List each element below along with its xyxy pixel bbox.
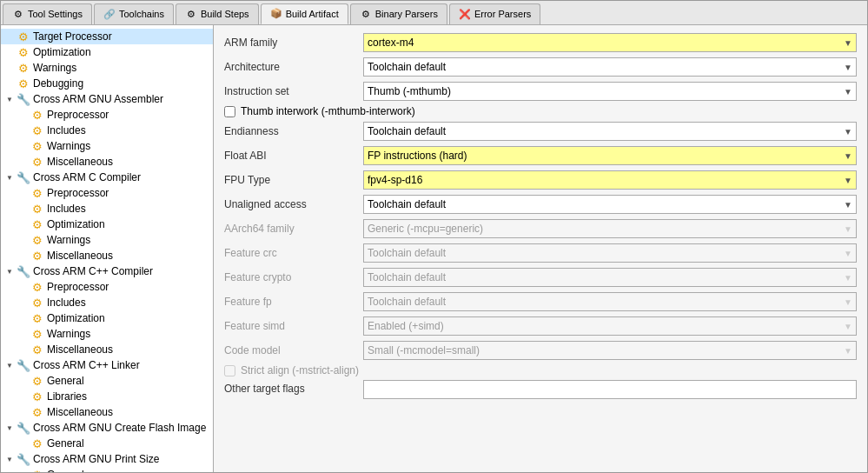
arm-family-value: cortex-m4 bbox=[368, 37, 414, 49]
unaligned-access-arrow: ▼ bbox=[844, 200, 852, 210]
tree-item-cpp-compiler[interactable]: ▼ 🔧 Cross ARM C++ Compiler bbox=[1, 263, 213, 279]
binary-parsers-icon: ⚙ bbox=[360, 8, 372, 20]
unaligned-access-dropdown[interactable]: Toolchain default ▼ bbox=[363, 195, 857, 214]
tree-item-optimization[interactable]: ⚙ Optimization bbox=[1, 44, 213, 60]
tree-item-c-compiler[interactable]: ▼ 🔧 Cross ARM C Compiler bbox=[1, 170, 213, 185]
toggle-print: ▼ bbox=[4, 454, 15, 464]
feature-fp-dropdown[interactable]: Toolchain default ▼ bbox=[363, 292, 857, 311]
tree-item-warnings[interactable]: ⚙ Warnings bbox=[1, 60, 213, 76]
tree-item-linker-misc[interactable]: ⚙ Miscellaneous bbox=[1, 404, 213, 420]
endianness-value: Toolchain default bbox=[368, 125, 446, 137]
icon-cpp-preprocessor: ⚙ bbox=[30, 280, 44, 294]
tree-item-print[interactable]: ▼ 🔧 Cross ARM GNU Print Size bbox=[1, 451, 213, 467]
fpu-type-value: fpv4-sp-d16 bbox=[368, 174, 422, 186]
icon-linker: 🔧 bbox=[17, 358, 30, 372]
tree-item-c-preprocessor[interactable]: ⚙ Preprocessor bbox=[1, 185, 213, 201]
arm-family-arrow: ▼ bbox=[844, 38, 852, 48]
architecture-control: Toolchain default ▼ bbox=[363, 57, 857, 77]
endianness-control: Toolchain default ▼ bbox=[363, 122, 857, 141]
tree-item-assembler-misc[interactable]: ⚙ Miscellaneous bbox=[1, 154, 213, 170]
tree-item-linker[interactable]: ▼ 🔧 Cross ARM C++ Linker bbox=[1, 357, 213, 373]
instruction-set-dropdown[interactable]: Thumb (-mthumb) ▼ bbox=[363, 82, 857, 101]
feature-fp-value: Toolchain default bbox=[368, 296, 446, 308]
tree-item-cpp-preprocessor[interactable]: ⚙ Preprocessor bbox=[1, 279, 213, 295]
fpu-type-dropdown[interactable]: fpv4-sp-d16 ▼ bbox=[363, 170, 857, 190]
instruction-set-value: Thumb (-mthumb) bbox=[368, 85, 451, 97]
toggle-linker: ▼ bbox=[4, 360, 15, 370]
tree-item-cpp-misc[interactable]: ⚙ Miscellaneous bbox=[1, 342, 213, 357]
tree-item-assembler-includes[interactable]: ⚙ Includes bbox=[1, 123, 213, 138]
other-flags-input[interactable] bbox=[363, 380, 857, 399]
code-model-dropdown[interactable]: Small (-mcmodel=small) ▼ bbox=[363, 341, 857, 360]
icon-c-optimization: ⚙ bbox=[30, 217, 44, 231]
thumb-interwork-checkbox[interactable] bbox=[224, 106, 235, 117]
code-model-value: Small (-mcmodel=small) bbox=[368, 344, 480, 356]
tree-item-target-processor[interactable]: ⚙ Target Processor bbox=[1, 29, 213, 44]
fpu-type-control: fpv4-sp-d16 ▼ bbox=[363, 170, 857, 190]
tab-tool-settings[interactable]: ⚙ Tool Settings bbox=[3, 3, 92, 24]
endianness-dropdown[interactable]: Toolchain default ▼ bbox=[363, 122, 857, 141]
endianness-row: Endianness Toolchain default ▼ bbox=[224, 121, 857, 142]
tree-item-c-warnings[interactable]: ⚙ Warnings bbox=[1, 232, 213, 248]
aarch64-row: AArch64 family Generic (-mcpu=generic) ▼ bbox=[224, 218, 857, 239]
icon-assembler-misc: ⚙ bbox=[30, 155, 44, 169]
feature-simd-value: Enabled (+simd) bbox=[368, 320, 444, 332]
tree-icon-target-processor: ⚙ bbox=[17, 30, 30, 43]
feature-simd-dropdown[interactable]: Enabled (+simd) ▼ bbox=[363, 316, 857, 336]
tree-item-flash-general[interactable]: ⚙ General bbox=[1, 436, 213, 451]
tree-item-print-general[interactable]: ⚙ General bbox=[1, 467, 213, 472]
endianness-label: Endianness bbox=[224, 125, 363, 137]
tree-label-assembler: Cross ARM GNU Assembler bbox=[33, 93, 163, 105]
instruction-set-row: Instruction set Thumb (-mthumb) ▼ bbox=[224, 81, 857, 102]
tree-toggle-warnings bbox=[4, 63, 15, 73]
tab-binary-parsers[interactable]: ⚙ Binary Parsers bbox=[350, 3, 447, 24]
feature-crc-dropdown[interactable]: Toolchain default ▼ bbox=[363, 243, 857, 263]
feature-simd-row: Feature simd Enabled (+simd) ▼ bbox=[224, 316, 857, 336]
tab-error-parsers[interactable]: ❌ Error Parsers bbox=[449, 3, 540, 24]
icon-flash-general: ⚙ bbox=[30, 436, 44, 450]
aarch64-dropdown[interactable]: Generic (-mcpu=generic) ▼ bbox=[363, 219, 857, 238]
tree-item-linker-general[interactable]: ⚙ General bbox=[1, 373, 213, 389]
tree-item-assembler-warnings[interactable]: ⚙ Warnings bbox=[1, 138, 213, 154]
tree-label-target-processor: Target Processor bbox=[33, 30, 112, 43]
feature-crypto-dropdown[interactable]: Toolchain default ▼ bbox=[363, 268, 857, 287]
icon-assembler-preprocessor: ⚙ bbox=[30, 108, 44, 122]
code-model-arrow: ▼ bbox=[844, 346, 852, 356]
tab-build-steps[interactable]: ⚙ Build Steps bbox=[176, 3, 259, 24]
instruction-set-control: Thumb (-mthumb) ▼ bbox=[363, 82, 857, 101]
fpu-type-label: FPU Type bbox=[224, 174, 363, 186]
tree-item-c-includes[interactable]: ⚙ Includes bbox=[1, 201, 213, 217]
toggle-cpp-compiler: ▼ bbox=[4, 266, 15, 276]
tree-item-c-optimization[interactable]: ⚙ Optimization bbox=[1, 217, 213, 232]
feature-crc-row: Feature crc Toolchain default ▼ bbox=[224, 243, 857, 263]
tree-item-debugging[interactable]: ⚙ Debugging bbox=[1, 76, 213, 91]
float-abi-control: FP instructions (hard) ▼ bbox=[363, 146, 857, 165]
tree-item-cpp-warnings[interactable]: ⚙ Warnings bbox=[1, 326, 213, 342]
icon-print: 🔧 bbox=[17, 452, 30, 466]
tab-build-artifact[interactable]: 📦 Build Artifact bbox=[261, 3, 348, 24]
float-abi-dropdown[interactable]: FP instructions (hard) ▼ bbox=[363, 146, 857, 165]
tree-item-assembler[interactable]: ▼ 🔧 Cross ARM GNU Assembler bbox=[1, 91, 213, 107]
tab-toolchains[interactable]: 🔗 Toolchains bbox=[94, 3, 174, 24]
feature-simd-control: Enabled (+simd) ▼ bbox=[363, 316, 857, 336]
architecture-dropdown[interactable]: Toolchain default ▼ bbox=[363, 57, 857, 77]
feature-simd-label: Feature simd bbox=[224, 320, 363, 332]
tree-item-assembler-preprocessor[interactable]: ⚙ Preprocessor bbox=[1, 107, 213, 123]
strict-align-checkbox[interactable] bbox=[224, 365, 235, 376]
feature-simd-arrow: ▼ bbox=[844, 322, 852, 331]
tree-item-c-misc[interactable]: ⚙ Miscellaneous bbox=[1, 248, 213, 263]
architecture-row: Architecture Toolchain default ▼ bbox=[224, 57, 857, 77]
thumb-interwork-label: Thumb interwork (-mthumb-interwork) bbox=[241, 105, 415, 117]
toggle-flash: ▼ bbox=[4, 423, 15, 433]
tree-item-flash[interactable]: ▼ 🔧 Cross ARM GNU Create Flash Image bbox=[1, 420, 213, 436]
tree-label-debugging: Debugging bbox=[33, 77, 83, 90]
tree-panel: ⚙ Target Processor ⚙ Optimization ⚙ Warn… bbox=[1, 25, 214, 472]
tree-item-linker-libraries[interactable]: ⚙ Libraries bbox=[1, 389, 213, 404]
tree-item-cpp-includes[interactable]: ⚙ Includes bbox=[1, 295, 213, 310]
code-model-control: Small (-mcmodel=small) ▼ bbox=[363, 341, 857, 360]
tree-toggle-optimization bbox=[4, 47, 15, 57]
icon-print-general: ⚙ bbox=[30, 468, 44, 472]
arm-family-dropdown[interactable]: cortex-m4 ▼ bbox=[363, 33, 857, 52]
tree-item-cpp-optimization[interactable]: ⚙ Optimization bbox=[1, 310, 213, 326]
tree-icon-optimization: ⚙ bbox=[17, 45, 30, 59]
